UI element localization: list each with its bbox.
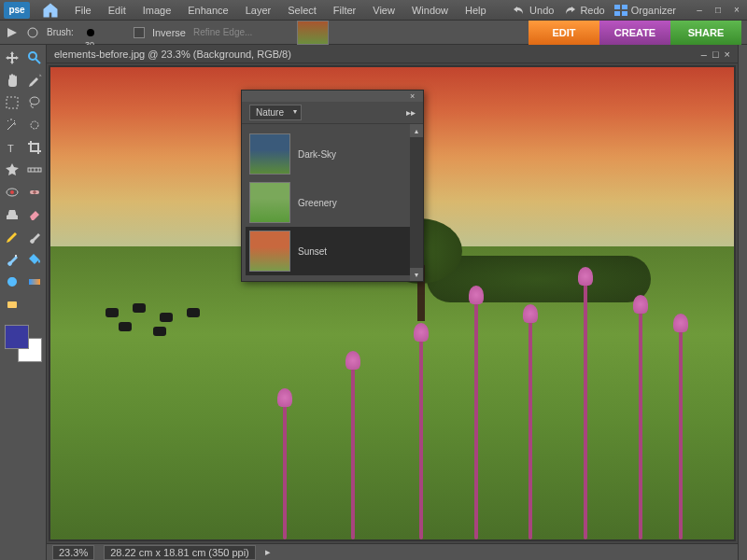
doc-dimensions[interactable]: 28.22 cm x 18.81 cm (350 ppi)	[104, 545, 256, 560]
mode-tabs: EDIT CREATE SHARE	[529, 21, 741, 45]
healing-brush-tool[interactable]	[25, 183, 44, 202]
zoom-tool[interactable]	[25, 49, 44, 67]
document-tab[interactable]: elements-before.jpg @ 23.3% (Background,…	[47, 45, 738, 63]
smart-brush-preset-thumb[interactable]	[297, 21, 329, 45]
svg-point-5	[29, 52, 36, 60]
menubar-right: Undo Redo Organizer – □ ×	[513, 4, 743, 17]
menu-layer[interactable]: Layer	[238, 2, 279, 19]
svg-rect-6	[7, 97, 18, 108]
marquee-tool[interactable]	[3, 93, 21, 112]
svg-rect-3	[622, 11, 627, 16]
document-title: elements-before.jpg @ 23.3% (Background,…	[54, 49, 291, 60]
preset-item-dark-sky[interactable]: Dark-Sky	[246, 130, 419, 178]
menu-select[interactable]: Select	[280, 2, 324, 19]
preset-item-sunset[interactable]: Sunset	[246, 227, 419, 275]
home-icon[interactable]	[41, 2, 60, 19]
menu-file[interactable]: File	[67, 2, 99, 19]
inverse-checkbox[interactable]	[134, 27, 145, 38]
menu-image[interactable]: Image	[135, 2, 179, 19]
app-logo[interactable]: pse	[4, 2, 30, 19]
crop-tool[interactable]	[25, 138, 44, 157]
smart-brush-presets-panel: × Nature ▸▸ Dark-Sky Greenery Sunset ▴ ▾	[241, 90, 424, 282]
panel-header: Nature ▸▸	[242, 102, 423, 124]
zoom-value[interactable]: 23.3%	[52, 545, 94, 560]
cookie-cutter-tool[interactable]	[3, 161, 21, 179]
brush-label: Brush:	[47, 27, 74, 37]
mode-tab-share[interactable]: SHARE	[670, 21, 741, 45]
scroll-track[interactable]	[410, 137, 423, 268]
foreground-color[interactable]	[5, 325, 29, 349]
svg-rect-2	[614, 11, 620, 16]
svg-text:T: T	[7, 143, 14, 154]
scroll-up-icon[interactable]: ▴	[410, 124, 423, 137]
svg-point-12	[10, 190, 14, 194]
options-bar: Brush: 30 Inverse Refine Edge... EDIT CR…	[0, 21, 747, 45]
organizer-icon	[614, 5, 627, 16]
svg-rect-0	[614, 5, 620, 9]
doc-close-icon[interactable]: ×	[725, 49, 730, 60]
preset-scrollbar[interactable]: ▴ ▾	[410, 124, 423, 281]
quick-select-icon[interactable]	[26, 26, 39, 39]
minimize-button[interactable]: –	[693, 4, 706, 17]
magic-wand-tool[interactable]	[3, 116, 21, 134]
eraser-tool[interactable]	[25, 205, 44, 224]
red-eye-tool[interactable]	[3, 183, 21, 202]
preset-thumb	[249, 231, 290, 272]
type-tool[interactable]: T	[3, 138, 21, 157]
brush-preview[interactable]: 30	[81, 23, 100, 42]
brush-tool[interactable]	[25, 228, 44, 246]
undo-label: Undo	[529, 5, 554, 16]
close-button[interactable]: ×	[730, 4, 743, 17]
organizer-label: Organizer	[631, 5, 676, 16]
svg-rect-16	[7, 301, 17, 308]
preset-thumb	[249, 133, 290, 175]
menu-help[interactable]: Help	[458, 2, 494, 19]
panel-titlebar[interactable]: ×	[242, 91, 423, 102]
shape-tool[interactable]	[3, 273, 21, 291]
menu-filter[interactable]: Filter	[326, 2, 363, 19]
menu-edit[interactable]: Edit	[101, 2, 134, 19]
menu-window[interactable]: Window	[404, 2, 456, 19]
svg-rect-15	[29, 279, 40, 285]
mode-tab-create[interactable]: CREATE	[599, 21, 670, 45]
sponge-tool[interactable]	[3, 295, 21, 314]
doc-minimize-icon[interactable]: –	[701, 49, 707, 60]
redo-button[interactable]: Redo	[563, 5, 604, 16]
straighten-tool[interactable]	[25, 161, 44, 179]
color-swatches[interactable]	[5, 325, 42, 362]
pencil-tool[interactable]	[3, 228, 21, 246]
preset-category-dropdown[interactable]: Nature	[249, 105, 302, 120]
scroll-down-icon[interactable]: ▾	[410, 268, 423, 281]
app-window: pse File Edit Image Enhance Layer Select…	[0, 0, 747, 560]
preset-name: Sunset	[298, 246, 327, 257]
preset-item-greenery[interactable]: Greenery	[246, 178, 419, 227]
redo-icon	[563, 5, 576, 16]
eyedropper-tool[interactable]	[25, 71, 44, 90]
window-controls: – □ ×	[693, 4, 743, 17]
menu-enhance[interactable]: Enhance	[180, 2, 235, 19]
panel-close-icon[interactable]: ×	[410, 91, 419, 101]
svg-point-8	[31, 121, 38, 129]
hand-tool[interactable]	[3, 71, 21, 90]
paint-bucket-tool[interactable]	[25, 250, 44, 269]
tool-preset-icon[interactable]	[6, 26, 19, 39]
menu-view[interactable]: View	[365, 2, 402, 19]
organizer-button[interactable]: Organizer	[614, 5, 676, 16]
doc-maximize-icon[interactable]: □	[712, 49, 719, 60]
move-tool[interactable]	[3, 49, 21, 67]
refine-edge-button[interactable]: Refine Edge...	[193, 27, 252, 37]
clone-stamp-tool[interactable]	[3, 205, 21, 224]
mode-tab-edit[interactable]: EDIT	[529, 21, 599, 45]
undo-button[interactable]: Undo	[513, 5, 554, 16]
status-arrow-icon[interactable]: ▸	[265, 546, 271, 558]
panel-menu-icon[interactable]: ▸▸	[406, 107, 416, 118]
right-panel-collapsed[interactable]	[738, 45, 747, 560]
smart-brush-tool[interactable]	[3, 250, 21, 269]
maximize-button[interactable]: □	[712, 4, 725, 17]
toolbar: T	[0, 45, 47, 560]
inverse-label: Inverse	[152, 27, 186, 38]
gradient-tool[interactable]	[25, 273, 44, 291]
quick-selection-tool[interactable]	[25, 116, 44, 134]
lasso-tool[interactable]	[25, 93, 44, 112]
preset-list: Dark-Sky Greenery Sunset ▴ ▾	[242, 124, 423, 281]
